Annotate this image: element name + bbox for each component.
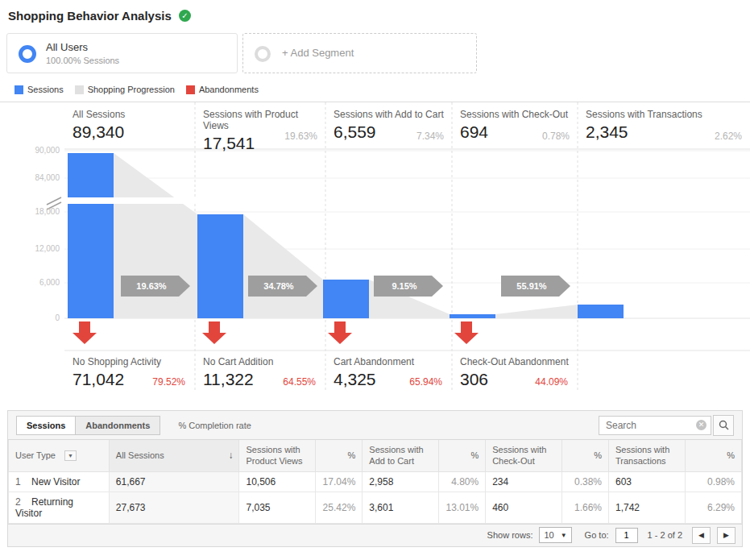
chevron-down-icon: ▼ bbox=[561, 532, 567, 539]
bar-check-out bbox=[450, 314, 495, 318]
column-header-add-to-cart[interactable]: Sessions with Add to Cart bbox=[363, 440, 439, 471]
search-input[interactable] bbox=[599, 416, 711, 435]
transactions-cell: 1,742 bbox=[609, 492, 686, 523]
product-views-pct-cell: 25.42% bbox=[316, 492, 363, 523]
next-page-button[interactable]: ▶ bbox=[717, 527, 735, 544]
page-title: Shopping Behavior Analysis bbox=[8, 9, 172, 23]
transactions-cell: 603 bbox=[609, 471, 686, 492]
product-views-pct-cell: 17.04% bbox=[316, 471, 363, 492]
svg-text:6,000: 6,000 bbox=[39, 278, 60, 287]
sessions-table: User Type ▼ All Sessions ↓ Sessions with… bbox=[8, 440, 742, 524]
segment-all-users[interactable]: All Users 100.00% Sessions bbox=[6, 33, 238, 73]
abandonments-swatch-icon bbox=[186, 85, 195, 94]
add-to-cart-cell: 3,601 bbox=[363, 492, 439, 523]
column-header-product-views-pct[interactable]: % bbox=[316, 440, 363, 471]
check-out-cell: 234 bbox=[486, 471, 562, 492]
goto-label: Go to: bbox=[585, 530, 609, 540]
bar-all-sessions bbox=[68, 153, 114, 318]
abandonment-no-shopping-activity: No Shopping Activity 71,042 79.52% bbox=[64, 354, 195, 392]
sessions-swatch-icon bbox=[15, 85, 23, 94]
legend-shopping-progression: Shopping Progression bbox=[75, 85, 175, 94]
svg-text:0: 0 bbox=[55, 313, 60, 322]
stage-product-views: Sessions with Product Views 17,541 19.63… bbox=[195, 102, 325, 149]
column-header-product-views[interactable]: Sessions with Product Views bbox=[239, 440, 316, 471]
svg-text:90,000: 90,000 bbox=[35, 146, 60, 155]
table-row: 2Returning Visitor 27,673 7,035 25.42% 3… bbox=[9, 492, 742, 523]
abandonment-arrows bbox=[73, 321, 479, 344]
magnifier-icon bbox=[719, 420, 729, 430]
segment-detail: 100.00% Sessions bbox=[46, 56, 237, 65]
column-header-check-out[interactable]: Sessions with Check-Out bbox=[486, 440, 562, 471]
segment-row: All Users 100.00% Sessions + Add Segment bbox=[0, 27, 750, 73]
chart-legend: Sessions Shopping Progression Abandonmen… bbox=[0, 73, 750, 102]
shopping-funnel-chart: 19.63% 34.78% 9.15% 55.91% 90,000 84,000… bbox=[0, 102, 750, 392]
svg-text:84,000: 84,000 bbox=[35, 173, 60, 182]
bar-product-views bbox=[197, 214, 243, 318]
clear-search-icon[interactable]: ✕ bbox=[696, 420, 706, 430]
all-sessions-cell: 61,667 bbox=[109, 471, 239, 492]
column-header-add-to-cart-pct[interactable]: % bbox=[439, 440, 486, 471]
dimension-cell: 2Returning Visitor bbox=[9, 492, 110, 523]
stage-add-to-cart: Sessions with Add to Cart 6,559 7.34% bbox=[325, 102, 452, 149]
column-header-all-sessions[interactable]: All Sessions ↓ bbox=[109, 440, 239, 471]
abandonment-arrow-icon bbox=[454, 321, 479, 344]
table-search: ✕ bbox=[599, 415, 734, 436]
progression-pct-2: 34.78% bbox=[263, 281, 294, 291]
bar-transactions bbox=[578, 305, 624, 318]
dimension-cell: 1New Visitor bbox=[9, 471, 110, 492]
abandonment-arrow-icon bbox=[202, 321, 226, 344]
add-to-cart-cell: 2,958 bbox=[363, 471, 439, 492]
all-sessions-cell: 27,673 bbox=[109, 492, 239, 523]
add-segment-button[interactable]: + Add Segment bbox=[242, 33, 477, 73]
segment-donut-icon bbox=[19, 45, 36, 63]
tab-abandonments[interactable]: Abandonments bbox=[76, 416, 160, 435]
product-views-cell: 10,506 bbox=[239, 471, 316, 492]
column-header-user-type[interactable]: User Type ▼ bbox=[9, 440, 110, 471]
transactions-pct-cell: 6.29% bbox=[685, 492, 741, 523]
svg-text:12,000: 12,000 bbox=[35, 244, 60, 253]
title-bar: Shopping Behavior Analysis ✓ bbox=[0, 0, 750, 27]
transactions-pct-cell: 0.98% bbox=[685, 471, 741, 492]
progression-pct-4: 55.91% bbox=[516, 281, 547, 291]
add-to-cart-pct-cell: 13.01% bbox=[439, 492, 486, 523]
data-table-block: Sessions Abandonments % Completion rate … bbox=[7, 410, 743, 547]
check-out-pct-cell: 0.38% bbox=[562, 471, 609, 492]
table-toolbar: Sessions Abandonments % Completion rate … bbox=[8, 411, 742, 440]
segment-name: All Users bbox=[46, 41, 237, 53]
tab-sessions[interactable]: Sessions bbox=[16, 416, 76, 435]
completion-rate-toggle[interactable]: % Completion rate bbox=[178, 421, 251, 430]
table-footer: Show rows: 10 ▼ Go to: 1 - 2 of 2 ◀ ▶ bbox=[8, 524, 742, 546]
search-button[interactable] bbox=[713, 415, 734, 436]
abandonment-arrow-icon bbox=[328, 321, 352, 344]
stage-all-sessions: All Sessions 89,340 bbox=[64, 102, 195, 149]
abandonment-arrow-icon bbox=[73, 321, 97, 344]
empty-segment-donut-icon bbox=[255, 46, 271, 62]
product-views-cell: 7,035 bbox=[239, 492, 316, 523]
abandonment-no-cart-addition: No Cart Addition 11,322 64.55% bbox=[195, 354, 325, 392]
add-segment-label: + Add Segment bbox=[282, 34, 476, 73]
y-axis-labels: 90,000 84,000 18,000 12,000 6,000 0 bbox=[35, 146, 60, 322]
svg-text:18,000: 18,000 bbox=[35, 207, 60, 216]
stage-transactions: Sessions with Transactions 2,345 2.62% bbox=[578, 102, 750, 149]
abandonment-check-out-abandonment: Check-Out Abandonment 306 44.09% bbox=[452, 354, 578, 392]
show-rows-label: Show rows: bbox=[487, 530, 533, 540]
previous-page-button[interactable]: ◀ bbox=[692, 527, 711, 544]
check-out-pct-cell: 1.66% bbox=[562, 492, 609, 523]
column-header-transactions[interactable]: Sessions with Transactions bbox=[609, 440, 686, 471]
dimension-dropdown-icon[interactable]: ▼ bbox=[64, 450, 77, 461]
column-header-check-out-pct[interactable]: % bbox=[562, 440, 609, 471]
show-rows-select[interactable]: 10 ▼ bbox=[539, 527, 571, 543]
axis-break-gap bbox=[45, 197, 198, 204]
checkmark-badge-icon: ✓ bbox=[179, 10, 191, 22]
progression-pct-1: 19.63% bbox=[136, 281, 167, 291]
column-header-transactions-pct[interactable]: % bbox=[685, 440, 741, 471]
check-out-cell: 460 bbox=[486, 492, 562, 523]
table-row: 1New Visitor 61,667 10,506 17.04% 2,958 … bbox=[9, 471, 742, 492]
progression-pct-3: 9.15% bbox=[392, 281, 416, 291]
goto-page-input[interactable] bbox=[615, 528, 638, 543]
sort-descending-icon: ↓ bbox=[228, 450, 233, 463]
legend-sessions: Sessions bbox=[15, 85, 64, 94]
stage-check-out: Sessions with Check-Out 694 0.78% bbox=[452, 102, 578, 149]
add-to-cart-pct-cell: 4.80% bbox=[439, 471, 486, 492]
abandonment-cart-abandonment: Cart Abandonment 4,325 65.94% bbox=[325, 354, 452, 392]
